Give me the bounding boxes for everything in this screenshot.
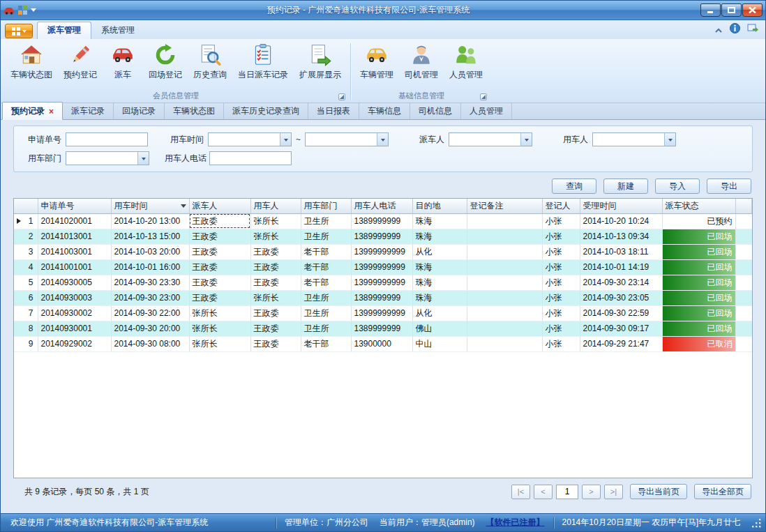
cell[interactable]: 2014-10-20 10:24: [580, 213, 662, 229]
cell[interactable]: 2014-09-30 22:00: [111, 305, 189, 321]
ribbon-tab-dispatch[interactable]: 派车管理: [37, 22, 91, 39]
maximize-button[interactable]: [721, 3, 742, 17]
resize-grip[interactable]: [751, 518, 761, 528]
column-header-3[interactable]: 用车人: [250, 199, 301, 213]
cell[interactable]: 1389999999: [351, 290, 412, 305]
cell[interactable]: 珠海: [412, 229, 467, 244]
export-current-page-button[interactable]: 导出当前页: [630, 484, 687, 499]
table-row[interactable]: 9201409290022014-09-30 08:00张所长王政委老干部139…: [14, 336, 752, 351]
cell[interactable]: 张所长: [189, 336, 250, 351]
cell[interactable]: 小张: [542, 305, 580, 321]
ribbon-button-1-0[interactable]: 车辆管理: [354, 40, 399, 83]
cell[interactable]: 王政委: [250, 305, 301, 321]
cell[interactable]: 小张: [542, 244, 580, 259]
cell[interactable]: 13999999999: [351, 275, 412, 290]
car-user-dropdown[interactable]: [592, 132, 676, 146]
cell[interactable]: 2014-10-13 15:00: [111, 229, 189, 244]
cell[interactable]: 从化: [412, 305, 467, 321]
cell[interactable]: 2014-10-03 20:00: [111, 244, 189, 259]
table-row[interactable]: 6201409300032014-09-30 23:00王政委张所长卫生所138…: [14, 290, 752, 305]
cell[interactable]: 老干部: [301, 259, 351, 275]
cell[interactable]: 卫生所: [301, 213, 351, 229]
cell[interactable]: 张所长: [250, 229, 301, 244]
cell[interactable]: [467, 305, 542, 321]
table-row[interactable]: 1201410200012014-10-20 13:00王政委张所长卫生所138…: [14, 213, 752, 229]
doc-tab-3[interactable]: 车辆状态图: [165, 102, 224, 119]
cell[interactable]: 20140930005: [38, 275, 111, 290]
cell[interactable]: 2014-10-03 18:11: [580, 244, 662, 259]
dialog-launcher-icon[interactable]: [338, 93, 345, 100]
cell[interactable]: 13999999999: [351, 259, 412, 275]
cell[interactable]: 20140930001: [38, 321, 111, 336]
cell[interactable]: [467, 213, 542, 229]
cell[interactable]: 小张: [542, 321, 580, 336]
titlebar[interactable]: 预约记录 - 广州爱奇迪软件科技有限公司-派车管理系统: [1, 1, 765, 20]
cell[interactable]: 卫生所: [301, 321, 351, 336]
import-button[interactable]: 导入: [655, 178, 700, 194]
doc-tab-6[interactable]: 车辆信息: [359, 102, 410, 119]
cell[interactable]: 13900000: [351, 336, 412, 351]
column-header-9[interactable]: 受理时间: [580, 199, 662, 213]
close-tab-icon[interactable]: ×: [49, 108, 54, 115]
cell[interactable]: 13999999999: [351, 305, 412, 321]
cell[interactable]: 王政委: [189, 229, 250, 244]
column-header-6[interactable]: 目的地: [412, 199, 467, 213]
cell[interactable]: 珠海: [412, 213, 467, 229]
info-icon[interactable]: [730, 23, 740, 36]
cell[interactable]: 2014-09-30 23:14: [580, 275, 662, 290]
export-all-pages-button[interactable]: 导出全部页: [694, 484, 751, 499]
cell[interactable]: 卫生所: [301, 290, 351, 305]
new-button[interactable]: 新建: [603, 178, 648, 194]
cell[interactable]: 老干部: [301, 244, 351, 259]
doc-tab-4[interactable]: 派车历史记录查询: [224, 102, 308, 119]
dialog-launcher-icon[interactable]: [480, 93, 487, 100]
cell[interactable]: 王政委: [250, 259, 301, 275]
ribbon-button-1-2[interactable]: 人员管理: [444, 40, 488, 83]
doc-tab-7[interactable]: 司机信息: [410, 102, 461, 119]
app-menu-button[interactable]: [5, 24, 33, 38]
chevron-down-icon[interactable]: [664, 133, 675, 146]
cell[interactable]: 张所长: [189, 321, 250, 336]
ribbon-tab-system[interactable]: 系统管理: [91, 22, 144, 39]
page-number-input[interactable]: [556, 485, 578, 499]
ribbon-button-0-3[interactable]: 回场登记: [143, 40, 188, 83]
cell[interactable]: 张所长: [250, 290, 301, 305]
table-row[interactable]: 4201410010012014-10-01 16:00王政委王政委老干部139…: [14, 259, 752, 275]
close-button[interactable]: [742, 3, 763, 17]
license-registered-link[interactable]: 【软件已注册】: [481, 517, 550, 529]
cell[interactable]: 珠海: [412, 275, 467, 290]
doc-tab-1[interactable]: 派车记录: [63, 102, 114, 119]
cell[interactable]: 小张: [542, 259, 580, 275]
cell[interactable]: 1389999999: [351, 213, 412, 229]
phone-input[interactable]: [209, 151, 292, 165]
cell[interactable]: 珠海: [412, 259, 467, 275]
cell[interactable]: 张所长: [250, 213, 301, 229]
ribbon-button-1-1[interactable]: 司机管理: [399, 40, 444, 83]
doc-tab-8[interactable]: 人员管理: [461, 102, 512, 119]
cell[interactable]: 13999999999: [351, 244, 412, 259]
column-header-7[interactable]: 登记备注: [467, 199, 542, 213]
column-header-4[interactable]: 用车部门: [301, 199, 351, 213]
chevron-down-icon[interactable]: [137, 152, 149, 165]
cell[interactable]: [467, 321, 542, 336]
cell[interactable]: 卫生所: [301, 305, 351, 321]
dispatcher-dropdown[interactable]: [449, 132, 532, 146]
use-time-from-dropdown[interactable]: [208, 132, 292, 146]
table-row[interactable]: 5201409300052014-09-30 23:30王政委王政委老干部139…: [14, 275, 752, 290]
first-page-button[interactable]: |<: [511, 485, 530, 499]
doc-tab-5[interactable]: 当日报表: [308, 102, 359, 119]
ribbon-button-0-1[interactable]: 预约登记: [58, 40, 103, 83]
next-page-button[interactable]: >: [582, 485, 601, 499]
cell[interactable]: 2014-10-13 09:34: [580, 229, 662, 244]
column-header-8[interactable]: 登记人: [542, 199, 580, 213]
cell[interactable]: 老干部: [301, 336, 351, 351]
cell[interactable]: [467, 229, 542, 244]
cell[interactable]: 从化: [412, 244, 467, 259]
chevron-down-icon[interactable]: [520, 133, 532, 146]
cell[interactable]: 20141020001: [38, 213, 111, 229]
cell[interactable]: 王政委: [250, 244, 301, 259]
column-header-0[interactable]: 申请单号: [38, 199, 111, 213]
cell[interactable]: 王政委: [250, 336, 301, 351]
cell[interactable]: 小张: [542, 229, 580, 244]
cell[interactable]: 2014-09-30 20:00: [111, 321, 189, 336]
